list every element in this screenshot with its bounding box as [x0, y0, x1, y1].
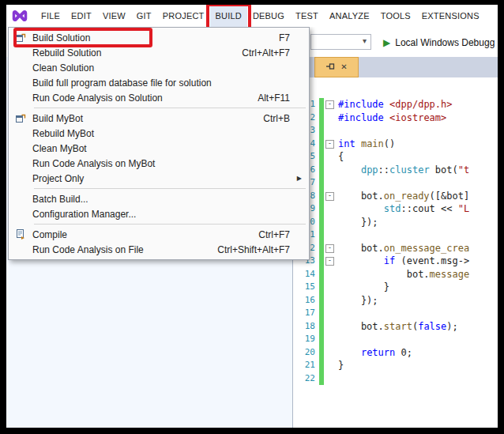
menubar-item-file[interactable]: FILE [36, 5, 66, 27]
code-line: 8- bot.on_ready([&bot] [294, 190, 498, 203]
code-text: return 0; [338, 346, 412, 360]
fold-collapse-icon[interactable]: - [325, 192, 334, 201]
code-line: 9 std::cout << "L [294, 202, 498, 216]
menu-item-rebuild-mybot[interactable]: Rebuild MyBot [9, 126, 309, 141]
menu-item-batch-build[interactable]: Batch Build... [9, 191, 309, 206]
menu-item-build-full-program-database-file-for-solution[interactable]: Build full program database file for sol… [9, 75, 309, 90]
menu-item-clean-mybot[interactable]: Clean MyBot [9, 141, 309, 156]
menubar-item-git[interactable]: GIT [131, 5, 157, 27]
code-line: 19 [294, 333, 498, 346]
code-text: bot.start(false); [338, 320, 458, 334]
visual-studio-logo-icon [12, 8, 28, 24]
code-line: 2#include <iostream> [294, 111, 498, 125]
menubar-item-analyze[interactable]: ANALYZE [324, 5, 375, 27]
start-debugging-button[interactable]: ▶ Local Windows Debugg [383, 35, 495, 51]
menu-item-rebuild-solution[interactable]: Rebuild SolutionCtrl+Alt+F7 [9, 45, 309, 60]
menu-item-label: Clean Solution [32, 62, 290, 74]
menu-item-label: Run Code Analysis on Solution [32, 92, 258, 104]
code-editor[interactable]: 1-#include <dpp/dpp.h>2#include <iostrea… [294, 77, 498, 428]
code-text: if (event.msg-> [338, 255, 469, 268]
code-text: } [338, 359, 344, 372]
line-number: 14 [294, 268, 318, 281]
fold-gutter [318, 333, 338, 346]
code-text: }); [338, 294, 378, 308]
code-line: 1-#include <dpp/dpp.h> [294, 98, 498, 111]
debug-target-label: Local Windows Debugg [395, 37, 495, 48]
annotation-box-build-menu [206, 5, 251, 27]
code-line: 3 [294, 124, 498, 138]
code-text: bot.message [338, 268, 469, 281]
close-icon[interactable]: ✕ [340, 63, 347, 71]
pin-icon[interactable] [325, 60, 335, 74]
code-line: 22 [294, 372, 498, 386]
menu-item-label: Build Solution [32, 32, 279, 43]
fold-gutter [318, 268, 338, 281]
fold-gutter [318, 281, 338, 294]
menu-item-run-code-analysis-on-file[interactable]: Run Code Analysis on FileCtrl+Shift+Alt+… [9, 242, 309, 257]
menubar: FILEEDITVIEWGITPROJECTBUILDDEBUGTESTANAL… [6, 5, 498, 27]
menu-item-configuration-manager[interactable]: Configuration Manager... [9, 206, 309, 221]
fold-gutter: - [318, 255, 338, 268]
menubar-item-build[interactable]: BUILD [210, 5, 247, 27]
code-line: 21} [294, 359, 498, 372]
code-line: 17 [294, 307, 498, 320]
code-line: 15 } [294, 281, 498, 294]
menubar-item-view[interactable]: VIEW [97, 5, 131, 27]
code-line: 11 [294, 228, 498, 242]
fold-collapse-icon[interactable]: - [325, 100, 334, 109]
code-text: #include <iostream> [338, 111, 446, 125]
code-text: } [338, 281, 389, 294]
menu-item-shortcut: Alt+F11 [258, 92, 290, 104]
menubar-item-tools[interactable]: TOOLS [375, 5, 416, 27]
fold-gutter [318, 228, 338, 242]
menu-item-run-code-analysis-on-solution[interactable]: Run Code Analysis on SolutionAlt+F11 [9, 90, 309, 105]
menu-item-label: Rebuild MyBot [32, 128, 290, 139]
code-line: 6 dpp::cluster bot("t [294, 164, 498, 177]
line-number: 17 [294, 307, 318, 320]
menu-item-build-solution[interactable]: Build SolutionF7 [9, 30, 309, 45]
fold-collapse-icon[interactable]: - [325, 257, 334, 266]
menubar-item-debug[interactable]: DEBUG [247, 5, 290, 27]
menubar-item-project[interactable]: PROJECT [157, 5, 210, 27]
build-icon [9, 113, 32, 123]
document-tab[interactable]: ✕ [314, 57, 359, 77]
line-number: 15 [294, 281, 318, 294]
fold-gutter: - [318, 190, 338, 203]
code-line: 13- if (event.msg-> [294, 255, 498, 268]
menubar-item-extensions[interactable]: EXTENSIONS [416, 5, 485, 27]
menu-item-label: Batch Build... [32, 194, 290, 205]
menu-item-run-code-analysis-on-mybot[interactable]: Run Code Analysis on MyBot [9, 156, 309, 171]
menubar-item-edit[interactable]: EDIT [66, 5, 97, 27]
line-number: 16 [294, 294, 318, 308]
menu-item-project-only[interactable]: Project Only▶ [9, 171, 309, 186]
fold-collapse-icon[interactable]: - [325, 244, 334, 253]
play-icon: ▶ [383, 38, 390, 47]
fold-gutter [318, 176, 338, 190]
menu-item-compile[interactable]: CompileCtrl+F7 [9, 227, 309, 242]
code-line: 16 }); [294, 294, 498, 308]
code-text: { [338, 150, 344, 164]
menu-item-shortcut: Ctrl+B [263, 113, 290, 124]
fold-gutter: - [318, 98, 338, 111]
fold-gutter: - [318, 138, 338, 151]
code-text: #include <dpp/dpp.h> [338, 98, 453, 111]
fold-collapse-icon[interactable]: - [325, 140, 334, 149]
code-text: bot.on_message_crea [338, 242, 469, 255]
menu-item-label: Compile [32, 229, 258, 240]
menu-item-label: Build full program database file for sol… [32, 77, 290, 89]
code-line: 12- bot.on_message_crea [294, 242, 498, 255]
document-tab-strip: ✕ [294, 57, 498, 77]
code-text: bot.on_ready([&bot] [338, 190, 469, 203]
menu-item-clean-solution[interactable]: Clean Solution [9, 60, 309, 75]
menu-item-shortcut: Ctrl+Alt+F7 [242, 47, 290, 58]
menubar-item-test[interactable]: TEST [290, 5, 324, 27]
submenu-arrow-icon: ▶ [297, 175, 302, 182]
code-text: }); [338, 216, 378, 229]
fold-gutter [318, 320, 338, 334]
line-number: 21 [294, 359, 318, 372]
menu-item-build-mybot[interactable]: Build MyBotCtrl+B [9, 111, 309, 126]
line-number: 19 [294, 333, 318, 346]
menu-item-label: Rebuild Solution [32, 47, 242, 58]
line-number: 18 [294, 320, 318, 334]
solution-platform-dropdown[interactable]: ▾ [310, 34, 371, 50]
